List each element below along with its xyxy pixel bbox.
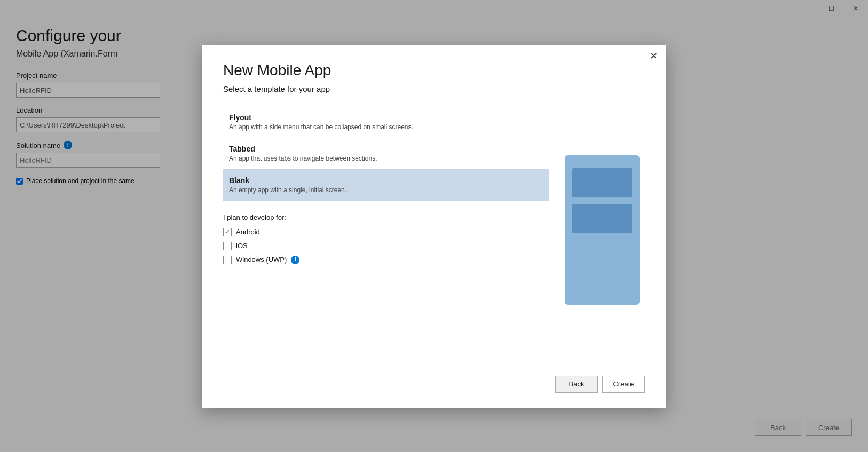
blank-name: Blank <box>229 176 543 185</box>
new-mobile-app-dialog: ✕ New Mobile App Select a template for y… <box>202 45 666 408</box>
uwp-label: Windows (UWP) <box>236 256 287 264</box>
phone-mockup <box>565 155 640 305</box>
dialog-subtitle: Select a template for your app <box>223 84 645 93</box>
dialog-body: Flyout An app with a side menu that can … <box>223 106 645 354</box>
modal-overlay: ✕ New Mobile App Select a template for y… <box>0 0 868 452</box>
tabbed-name: Tabbed <box>229 145 543 153</box>
dialog-back-button[interactable]: Back <box>555 376 598 393</box>
android-checkbox[interactable]: ✓ <box>223 228 232 236</box>
ios-row: iOS <box>223 242 549 250</box>
dialog-close-button[interactable]: ✕ <box>650 51 658 61</box>
ios-checkbox[interactable] <box>223 242 232 250</box>
ios-label: iOS <box>236 242 248 250</box>
android-checkmark: ✓ <box>225 228 230 235</box>
phone-block-bottom <box>572 204 632 233</box>
flyout-desc: An app with a side menu that can be coll… <box>229 123 543 131</box>
uwp-info-icon[interactable]: i <box>291 256 299 264</box>
android-label: Android <box>236 228 260 236</box>
tabbed-desc: An app that uses tabs to navigate betwee… <box>229 155 543 162</box>
template-blank[interactable]: Blank An empty app with a single, initia… <box>223 169 549 201</box>
develop-section: I plan to develop for: ✓ Android iOS Win <box>223 213 549 269</box>
template-list: Flyout An app with a side menu that can … <box>223 106 549 354</box>
uwp-checkbox[interactable] <box>223 256 232 264</box>
dialog-title: New Mobile App <box>223 62 645 79</box>
android-row: ✓ Android <box>223 228 549 236</box>
template-preview <box>559 106 645 354</box>
template-flyout[interactable]: Flyout An app with a side menu that can … <box>223 106 549 138</box>
template-tabbed[interactable]: Tabbed An app that uses tabs to navigate… <box>223 138 549 169</box>
uwp-row: Windows (UWP) i <box>223 256 549 264</box>
dialog-footer: Back Create <box>223 369 645 393</box>
phone-block-top <box>572 168 632 197</box>
dialog-create-button[interactable]: Create <box>602 376 645 393</box>
blank-desc: An empty app with a single, initial scre… <box>229 186 543 194</box>
flyout-name: Flyout <box>229 113 543 122</box>
develop-label: I plan to develop for: <box>223 213 549 221</box>
